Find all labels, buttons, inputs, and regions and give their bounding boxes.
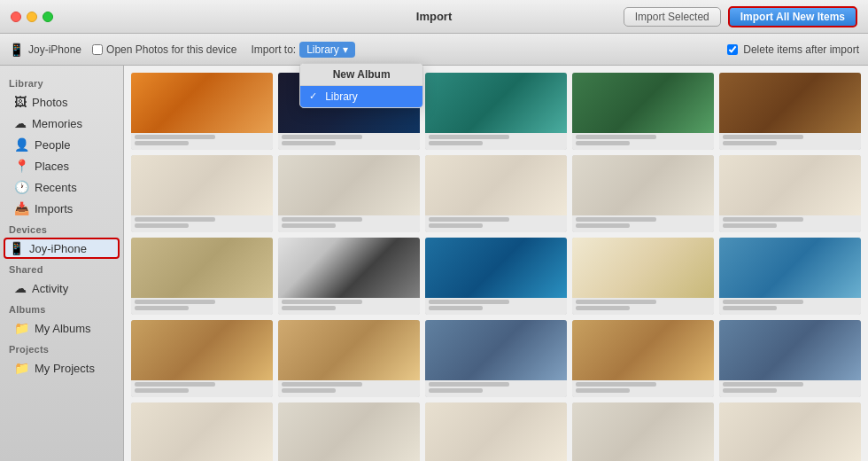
dropdown-item-library[interactable]: ✓ Library xyxy=(300,86,422,107)
photo-thumbnail xyxy=(572,402,714,461)
photo-thumbnail xyxy=(131,73,273,133)
photo-cell[interactable] xyxy=(719,402,861,461)
photo-meta xyxy=(572,380,714,397)
photo-thumbnail xyxy=(572,73,714,133)
photo-meta-line xyxy=(723,141,777,145)
photo-thumbnail xyxy=(278,155,420,215)
sidebar-item-joy-iphone[interactable]: 📱 Joy-iPhone xyxy=(4,238,120,259)
dropdown-header: New Album xyxy=(300,64,422,86)
my-albums-icon: 📁 xyxy=(14,321,29,335)
photo-cell[interactable] xyxy=(425,238,567,315)
import-selected-button[interactable]: Import Selected xyxy=(624,7,721,27)
photo-cell[interactable] xyxy=(572,73,714,150)
devices-section-label: Devices xyxy=(0,219,123,238)
photo-meta-line xyxy=(429,135,509,139)
photo-cell[interactable] xyxy=(572,320,714,397)
photo-meta-line xyxy=(576,388,630,393)
close-button[interactable] xyxy=(11,12,21,22)
photo-meta-line xyxy=(576,141,630,145)
photo-cell[interactable] xyxy=(131,402,273,461)
photo-meta-line xyxy=(576,306,630,310)
import-to-dropdown-button[interactable]: Library ▾ xyxy=(299,42,355,58)
sidebar-item-activity[interactable]: ☁ Activity xyxy=(0,277,123,299)
photo-cell[interactable] xyxy=(572,402,714,461)
photo-cell[interactable] xyxy=(278,402,420,461)
photo-cell[interactable] xyxy=(131,73,273,150)
photo-meta-line xyxy=(282,306,336,310)
photo-meta-line xyxy=(723,388,777,393)
photo-meta xyxy=(719,298,861,315)
photo-thumbnail xyxy=(719,320,861,380)
sidebar-item-imports[interactable]: 📥 Imports xyxy=(0,198,123,219)
photo-meta-line xyxy=(576,223,630,228)
photo-meta-line xyxy=(282,388,336,393)
dropdown-selected-label: Library xyxy=(306,43,339,56)
activity-icon: ☁ xyxy=(14,281,27,295)
photo-meta xyxy=(425,133,567,150)
photo-meta xyxy=(425,298,567,315)
photo-cell[interactable] xyxy=(719,155,861,232)
photo-meta-line xyxy=(135,388,189,393)
photo-meta-line xyxy=(723,223,777,228)
sidebar-activity-label: Activity xyxy=(32,282,68,295)
photo-meta xyxy=(572,298,714,315)
photo-meta-line xyxy=(723,300,803,304)
photo-cell[interactable] xyxy=(425,402,567,461)
photo-cell[interactable] xyxy=(131,155,273,232)
import-all-button[interactable]: Import All New Items xyxy=(728,6,857,27)
photo-meta-line xyxy=(576,217,656,222)
photo-thumbnail xyxy=(131,402,273,461)
photo-meta-line xyxy=(723,135,803,139)
toolbar: 📱 Joy-iPhone Open Photos for this device… xyxy=(0,34,868,66)
photo-meta-line xyxy=(282,382,362,387)
photo-meta-line xyxy=(282,223,336,228)
photo-cell[interactable] xyxy=(572,238,714,315)
photo-meta xyxy=(278,380,420,397)
dropdown-library-label: Library xyxy=(325,90,358,103)
maximize-button[interactable] xyxy=(43,12,53,22)
photo-meta xyxy=(425,380,567,397)
photo-cell[interactable] xyxy=(425,73,567,150)
photo-cell[interactable] xyxy=(719,73,861,150)
sidebar-item-my-projects[interactable]: 📁 My Projects xyxy=(0,357,123,379)
photo-cell[interactable] xyxy=(572,155,714,232)
import-to-label: Import to: xyxy=(251,43,296,56)
photo-meta xyxy=(278,298,420,315)
photo-meta-line xyxy=(135,135,215,139)
photo-meta-line xyxy=(282,135,362,139)
sidebar-imports-label: Imports xyxy=(35,202,73,215)
sidebar-item-my-albums[interactable]: 📁 My Albums xyxy=(0,317,123,339)
sidebar-item-recents[interactable]: 🕐 Recents xyxy=(0,176,123,198)
photo-cell[interactable] xyxy=(278,320,420,397)
iphone-icon: 📱 xyxy=(9,43,24,57)
photo-cell[interactable] xyxy=(278,155,420,232)
places-icon: 📍 xyxy=(14,159,29,173)
minimize-button[interactable] xyxy=(27,12,37,22)
photo-meta-line xyxy=(576,135,656,139)
photo-meta xyxy=(278,215,420,232)
sidebar-item-photos[interactable]: 🖼 Photos xyxy=(0,91,123,113)
photo-meta-line xyxy=(576,300,656,304)
open-photos-option[interactable]: Open Photos for this device xyxy=(92,43,236,56)
photo-cell[interactable] xyxy=(131,238,273,315)
albums-section-label: Albums xyxy=(0,299,123,317)
sidebar-joy-iphone-label: Joy-iPhone xyxy=(29,242,87,255)
memories-icon: ☁ xyxy=(14,116,27,130)
open-photos-checkbox[interactable] xyxy=(92,44,103,55)
sidebar-item-places[interactable]: 📍 Places xyxy=(0,155,123,176)
photo-meta-line xyxy=(429,141,483,145)
photo-thumbnail xyxy=(131,320,273,380)
photo-meta-line xyxy=(135,382,215,387)
photo-cell[interactable] xyxy=(425,320,567,397)
photo-cell[interactable] xyxy=(131,320,273,397)
delete-after-import-checkbox[interactable] xyxy=(727,44,738,55)
photo-meta-line xyxy=(429,388,483,393)
sidebar-item-memories[interactable]: ☁ Memories xyxy=(0,113,123,134)
photo-meta xyxy=(572,133,714,150)
photo-cell[interactable] xyxy=(719,238,861,315)
photo-thumbnail xyxy=(425,320,567,380)
photo-cell[interactable] xyxy=(425,155,567,232)
sidebar-item-people[interactable]: 👤 People xyxy=(0,134,123,155)
photo-cell[interactable] xyxy=(278,238,420,315)
photo-cell[interactable] xyxy=(719,320,861,397)
